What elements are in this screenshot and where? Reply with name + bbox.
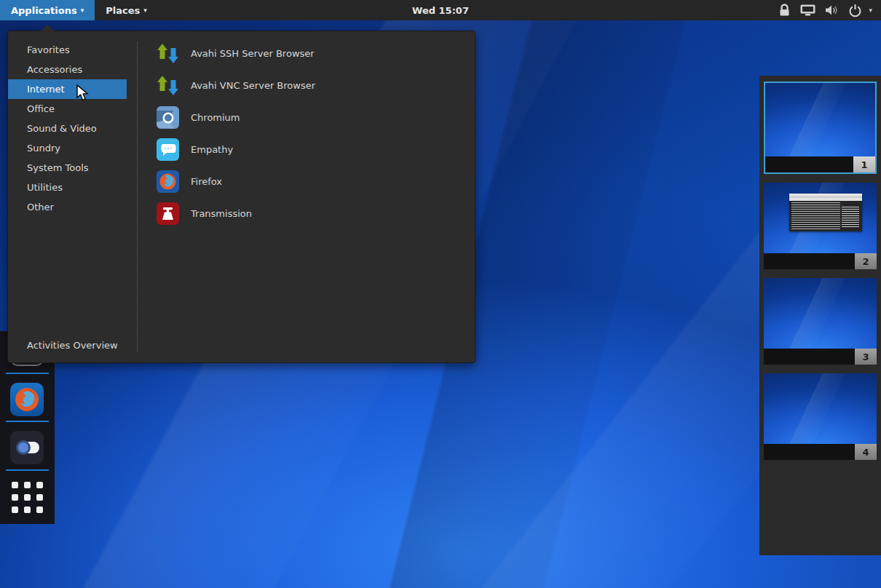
desktop: Applications ▾ Places ▾ Wed 15:07 ▾ Favo… (0, 0, 881, 588)
category-item-system-tools[interactable]: System Tools (8, 158, 127, 178)
category-item-office[interactable]: Office (8, 99, 127, 119)
workspace-preview (764, 278, 877, 349)
workspace-taskbar: 4 (764, 444, 877, 460)
caret-down-icon: ▾ (81, 7, 84, 14)
workspace-thumbnail-1[interactable]: 1 (764, 82, 877, 174)
avahi-icon (156, 74, 180, 98)
app-item-empathy[interactable]: Empathy (156, 133, 466, 165)
workspace-thumbnail-4[interactable]: 4 (764, 373, 877, 460)
show-applications-icon[interactable] (10, 480, 44, 514)
app-label: Transmission (191, 208, 252, 219)
transmission-icon (156, 202, 180, 226)
category-item-internet[interactable]: Internet (8, 79, 127, 99)
terminal-window-preview (789, 194, 862, 231)
category-item-favorites[interactable]: Favorites (8, 40, 127, 60)
tweaks-toggle-icon[interactable] (10, 431, 44, 464)
menu-separator (137, 41, 138, 352)
dock-separator (6, 373, 49, 374)
top-panel: Applications ▾ Places ▾ Wed 15:07 ▾ (0, 0, 881, 20)
workspace-preview (764, 373, 877, 444)
workspace-taskbar: 1 (765, 156, 875, 172)
category-item-accessories[interactable]: Accessories (8, 60, 127, 79)
app-label: Firefox (191, 176, 222, 187)
chromium-icon (156, 106, 180, 130)
app-item-firefox[interactable]: Firefox (156, 165, 466, 197)
empathy-icon (156, 138, 180, 162)
workspace-preview (765, 83, 875, 156)
avahi-icon (156, 41, 180, 65)
clock-label: Wed 15:07 (412, 5, 469, 16)
workspace-number-badge: 2 (855, 253, 877, 269)
volume-icon (825, 4, 839, 16)
dock-separator (6, 469, 49, 471)
toggle-knob (16, 440, 31, 455)
app-label: Avahi VNC Server Browser (191, 80, 315, 91)
category-item-sound-video[interactable]: Sound & Video (8, 119, 127, 138)
workspace-preview (764, 183, 877, 253)
applications-label: Applications (11, 5, 77, 16)
dock-separator (6, 421, 49, 422)
application-list: Avahi SSH Server BrowserAvahi VNC Server… (156, 37, 466, 229)
app-item-transmission[interactable]: Transmission (156, 197, 466, 229)
app-label: Avahi SSH Server Browser (191, 48, 315, 59)
applications-menu-button[interactable]: Applications ▾ (0, 0, 95, 20)
activities-overview-link[interactable]: Activities Overview (27, 340, 118, 351)
workspace-taskbar: 2 (764, 253, 877, 269)
workspace-switcher: 1234 (759, 76, 881, 555)
category-list: FavoritesAccessoriesInternetOfficeSound … (8, 40, 127, 217)
menu-notch (40, 25, 55, 31)
workspace-thumbnail-2[interactable]: 2 (764, 183, 877, 269)
workspace-number-badge: 1 (853, 156, 875, 172)
workspace-thumbnail-3[interactable]: 3 (764, 278, 877, 365)
workspace-taskbar: 3 (764, 349, 877, 365)
app-label: Empathy (191, 144, 233, 155)
power-icon (848, 4, 862, 17)
app-item-chromium[interactable]: Chromium (156, 101, 466, 133)
applications-menu-popup: FavoritesAccessoriesInternetOfficeSound … (7, 31, 475, 363)
firefox-dock-icon[interactable] (10, 383, 44, 416)
app-item-avahi-ssh-server-browser[interactable]: Avahi SSH Server Browser (156, 37, 466, 69)
display-icon (800, 4, 815, 16)
workspace-number-badge: 4 (855, 444, 877, 460)
caret-down-icon: ▾ (869, 7, 872, 14)
app-label: Chromium (191, 112, 240, 123)
places-label: Places (106, 5, 140, 16)
category-item-other[interactable]: Other (8, 197, 127, 217)
caret-down-icon: ▾ (143, 7, 147, 14)
lock-icon (778, 4, 791, 17)
category-item-sundry[interactable]: Sundry (8, 138, 127, 158)
places-menu-button[interactable]: Places ▾ (95, 0, 158, 20)
firefox-icon (156, 170, 180, 194)
workspace-number-badge: 3 (855, 349, 877, 365)
system-status-menu[interactable]: ▾ (774, 0, 877, 20)
app-item-avahi-vnc-server-browser[interactable]: Avahi VNC Server Browser (156, 69, 466, 101)
category-item-utilities[interactable]: Utilities (8, 178, 127, 197)
clock-button[interactable]: Wed 15:07 (412, 0, 469, 20)
